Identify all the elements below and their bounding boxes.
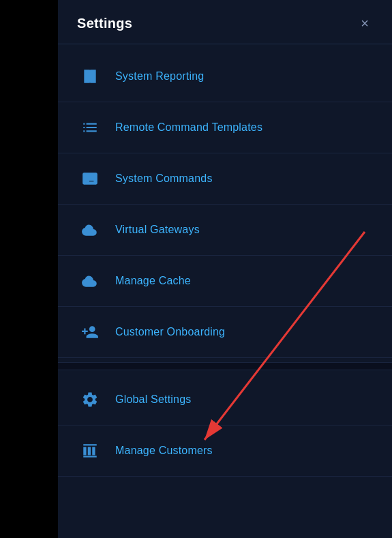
close-button[interactable]: × <box>357 15 373 31</box>
menu-item-virtual-gateways[interactable]: Virtual Gateways <box>58 205 392 256</box>
menu-label-virtual-gateways: Virtual Gateways <box>115 224 200 236</box>
menu-item-customer-onboarding[interactable]: Customer Onboarding <box>58 307 392 358</box>
menu-item-manage-customers[interactable]: Manage Customers <box>58 425 392 477</box>
menu-item-remote-command-templates[interactable]: Remote Command Templates <box>58 102 392 153</box>
building-icon <box>77 438 103 464</box>
user-add-icon <box>77 319 103 345</box>
settings-header: Settings × <box>58 0 392 44</box>
list-icon <box>77 115 103 140</box>
menu-separator <box>58 362 392 370</box>
menu-label-global-settings: Global Settings <box>115 393 192 406</box>
settings-title: Settings <box>77 16 132 31</box>
book-icon <box>77 63 103 89</box>
menu-item-system-reporting[interactable]: System Reporting <box>58 51 392 102</box>
menu-label-system-reporting: System Reporting <box>115 70 204 83</box>
menu-item-manage-cache[interactable]: Manage Cache <box>58 256 392 307</box>
menu-list: System Reporting Remote Command Template… <box>58 44 392 538</box>
menu-label-manage-cache: Manage Cache <box>115 275 191 287</box>
terminal-icon <box>77 166 103 192</box>
menu-label-manage-customers: Manage Customers <box>115 445 213 457</box>
menu-label-remote-command-templates: Remote Command Templates <box>115 121 262 134</box>
gear-icon <box>77 387 103 413</box>
menu-label-customer-onboarding: Customer Onboarding <box>115 326 225 338</box>
cloud-cache-icon <box>77 268 103 294</box>
settings-panel: Settings × System Reporting Remote Comma… <box>58 0 392 538</box>
cloud-icon <box>77 217 103 243</box>
menu-item-global-settings[interactable]: Global Settings <box>58 374 392 425</box>
menu-item-system-commands[interactable]: System Commands <box>58 153 392 205</box>
menu-label-system-commands: System Commands <box>115 173 213 185</box>
